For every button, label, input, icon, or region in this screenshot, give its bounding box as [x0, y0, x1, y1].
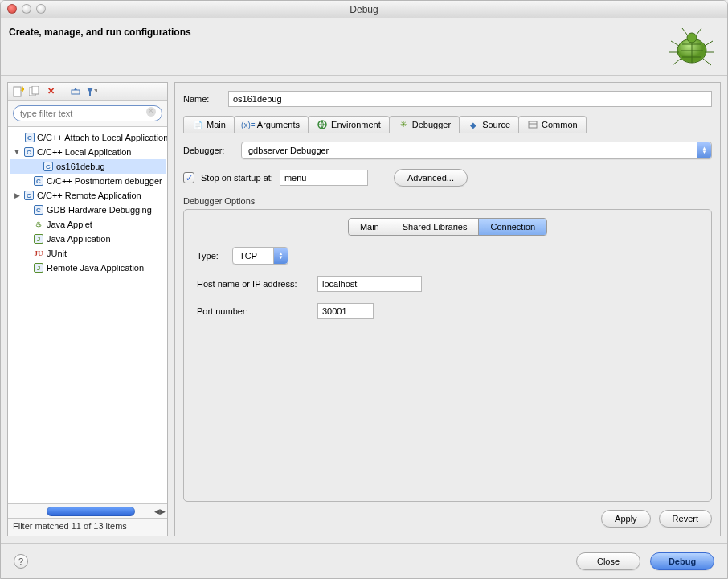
tree-item-label: C/C++ Local Application	[37, 147, 131, 157]
name-row: Name:	[183, 91, 712, 107]
delete-config-icon[interactable]: ✕	[45, 86, 56, 97]
debug-button[interactable]: Debug	[650, 552, 714, 570]
common-tab-icon	[527, 119, 538, 130]
subtab-main[interactable]: Main	[349, 219, 391, 235]
duplicate-config-icon[interactable]	[29, 86, 40, 97]
tree-item[interactable]: J Java Application	[10, 232, 166, 246]
port-row: Port number:	[197, 303, 698, 319]
subtab-shared-libraries[interactable]: Shared Libraries	[391, 219, 480, 235]
tree-item[interactable]: ▶ C C/C++ Remote Application	[10, 188, 166, 203]
dialog-body: ✶ ✕ ✕ C	[1, 76, 727, 543]
tree-toolbar: ✶ ✕	[8, 83, 167, 101]
debugger-options-box: Main Shared Libraries Connection Type: T…	[183, 209, 712, 502]
tree-item[interactable]: ▼ C C/C++ Local Application	[10, 145, 166, 159]
connection-type-select[interactable]: TCP ▲▼	[232, 247, 288, 265]
host-row: Host name or IP address:	[197, 276, 698, 292]
debug-dialog: Debug Create, manage, and run configurat…	[0, 0, 728, 579]
tree-item[interactable]: ♨ Java Applet	[10, 217, 166, 232]
toolbar-separator	[63, 86, 63, 97]
subtab-connection[interactable]: Connection	[479, 219, 546, 235]
scrollbar-thumb[interactable]	[47, 507, 135, 516]
scroll-left-icon[interactable]: ◀	[154, 507, 160, 515]
tree-item-selected[interactable]: C os161debug	[10, 159, 166, 174]
arguments-tab-icon: (x)=	[243, 119, 254, 130]
stop-on-startup-row: ✓ Stop on startup at: Advanced...	[183, 169, 712, 187]
close-button[interactable]: Close	[576, 552, 640, 570]
config-tree-pane: ✶ ✕ ✕ C	[7, 82, 168, 536]
apply-button[interactable]: Apply	[601, 510, 651, 528]
config-tree[interactable]: C C/C++ Attach to Local Application ▼ C …	[8, 127, 167, 503]
tree-item[interactable]: J Remote Java Application	[10, 261, 166, 275]
svg-rect-6	[32, 86, 39, 94]
tree-item-label: Remote Java Application	[47, 263, 144, 273]
tree-item-label: GDB Hardware Debugging	[47, 205, 152, 215]
connection-type-value: TCP	[239, 251, 257, 261]
stop-on-startup-input[interactable]	[280, 170, 368, 186]
tab-label: Main	[207, 120, 226, 129]
zoom-window-button[interactable]	[36, 4, 46, 14]
debugger-select[interactable]: gdbserver Debugger ▲▼	[241, 142, 712, 159]
filter-menu-icon[interactable]	[86, 86, 97, 97]
window-controls	[7, 4, 46, 14]
environment-tab-icon	[317, 119, 328, 130]
footer-buttons: Close Debug	[576, 552, 714, 570]
host-label: Host name or IP address:	[197, 279, 317, 289]
dialog-footer: ? Close Debug	[1, 543, 727, 578]
window-title: Debug	[350, 4, 378, 15]
clear-filter-icon[interactable]: ✕	[146, 107, 156, 117]
dialog-heading: Create, manage, and run configurations	[9, 27, 191, 38]
scroll-right-icon[interactable]: ▶	[160, 507, 166, 515]
c-config-icon: C	[33, 204, 44, 216]
tree-h-scrollbar[interactable]: ◀ ▶	[8, 503, 167, 518]
tree-item[interactable]: C GDB Hardware Debugging	[10, 203, 166, 217]
port-input[interactable]	[317, 303, 374, 319]
advanced-button[interactable]: Advanced...	[394, 169, 468, 187]
tree-item-label: C/C++ Remote Application	[37, 191, 141, 200]
java-applet-icon: ♨	[33, 219, 44, 230]
svg-rect-9	[529, 121, 537, 128]
tab-common[interactable]: Common	[518, 116, 587, 133]
tab-debugger[interactable]: ✳ Debugger	[389, 116, 460, 133]
stop-on-startup-checkbox[interactable]: ✓	[183, 172, 194, 183]
c-config-icon: C	[23, 146, 35, 158]
tree-item-label: C/C++ Attach to Local Application	[37, 133, 167, 142]
tree-item-label: C/C++ Postmortem debugger	[47, 176, 162, 186]
c-config-icon: C	[43, 161, 54, 172]
tree-item-label: JUnit	[47, 248, 67, 258]
revert-button[interactable]: Revert	[659, 510, 712, 528]
remote-java-icon: J	[33, 262, 44, 273]
titlebar: Debug	[1, 1, 727, 18]
tree-item[interactable]: C C/C++ Postmortem debugger	[10, 174, 166, 188]
tab-source[interactable]: ◆ Source	[459, 116, 519, 133]
select-arrows-icon: ▲▼	[697, 142, 711, 158]
tree-status: Filter matched 11 of 13 items	[8, 518, 167, 536]
collapse-arrow-icon[interactable]: ▼	[13, 148, 21, 156]
config-tabs: 📄 Main (x)= Arguments Environment ✳ Debu…	[183, 115, 712, 133]
expand-arrow-icon[interactable]: ▶	[13, 191, 21, 199]
tree-item[interactable]: C C/C++ Attach to Local Application	[10, 130, 166, 145]
tree-filter-input[interactable]	[13, 105, 162, 121]
tab-label: Debugger	[412, 120, 451, 129]
new-config-icon[interactable]: ✶	[13, 86, 24, 97]
minimize-window-button[interactable]	[22, 4, 31, 14]
main-tab-icon: 📄	[192, 119, 203, 130]
tree-item-label: Java Application	[47, 234, 111, 244]
tab-environment[interactable]: Environment	[308, 116, 390, 133]
help-icon[interactable]: ?	[14, 554, 28, 569]
svg-point-2	[687, 33, 697, 43]
tab-main[interactable]: 📄 Main	[183, 116, 235, 133]
collapse-all-icon[interactable]	[70, 86, 81, 97]
svg-text:✶: ✶	[19, 86, 24, 94]
svg-rect-7	[72, 90, 80, 94]
config-name-input[interactable]	[228, 91, 712, 107]
debugger-row: Debugger: gdbserver Debugger ▲▼	[183, 142, 712, 159]
tab-arguments[interactable]: (x)= Arguments	[234, 116, 309, 133]
host-input[interactable]	[317, 276, 422, 292]
type-row: Type: TCP ▲▼	[197, 247, 698, 265]
subtab-group: Main Shared Libraries Connection	[348, 218, 547, 236]
close-window-button[interactable]	[7, 4, 17, 14]
tree-item-label: os161debug	[56, 162, 105, 171]
apply-revert-row: Apply Revert	[183, 502, 712, 528]
junit-icon: JU	[33, 248, 44, 259]
tree-item[interactable]: JU JUnit	[10, 246, 166, 261]
